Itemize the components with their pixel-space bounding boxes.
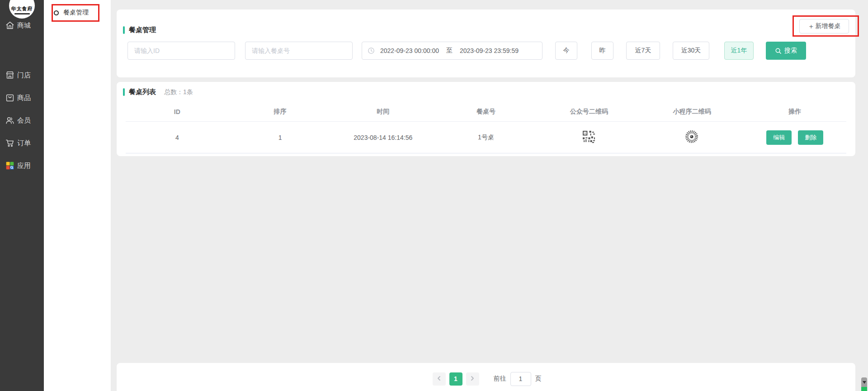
- date-end-value: 2023-09-23 23:59:59: [460, 47, 519, 54]
- cell-sort: 1: [229, 134, 332, 141]
- table-no-field[interactable]: [245, 42, 353, 60]
- quick-btn-yesterday[interactable]: 昨: [591, 42, 613, 60]
- date-range-picker[interactable]: 2022-09-23 00:00:00 至 2023-09-23 23:59:5…: [362, 42, 542, 60]
- search-button[interactable]: 搜索: [766, 42, 806, 60]
- table-row: 4 1 2023-08-14 16:14:56 1号桌: [126, 122, 846, 153]
- col-header-id: ID: [126, 108, 229, 115]
- secondary-sidebar: 餐桌管理: [44, 0, 111, 391]
- submenu-item-table-management[interactable]: 餐桌管理: [50, 5, 89, 20]
- col-header-time: 时间: [331, 108, 434, 116]
- date-separator: 至: [446, 47, 453, 55]
- page-title: 餐桌管理: [129, 26, 156, 34]
- pagination: 1 前往 1 页: [117, 363, 855, 391]
- tables-table: ID 排序 时间 餐桌号 公众号二维码 小程序二维码 操作 4 1 2023-0…: [126, 102, 846, 153]
- id-input[interactable]: [134, 47, 228, 54]
- quick-btn-last1year[interactable]: 近1年: [724, 42, 754, 60]
- add-table-button[interactable]: ＋ 新增餐桌: [799, 19, 849, 33]
- sidebar-item-label: 商品: [17, 94, 31, 102]
- app-logo: 华太食府: [9, 0, 35, 19]
- col-header-sort: 排序: [229, 108, 332, 116]
- cell-official-qr: [538, 131, 641, 144]
- search-button-label: 搜索: [784, 47, 797, 55]
- pagination-card: 1 前往 1 页: [117, 363, 855, 391]
- sidebar-item-goods[interactable]: 商品: [0, 89, 44, 107]
- col-header-miniprogram-qr: 小程序二维码: [641, 108, 744, 116]
- home-icon: [5, 20, 15, 30]
- title-bar-accent: [123, 88, 125, 96]
- cell-actions: 编辑 删除: [743, 130, 846, 145]
- list-title: 餐桌列表: [129, 88, 156, 96]
- miniprogram-code-icon[interactable]: [685, 130, 698, 145]
- goto-page-input[interactable]: 1: [510, 372, 531, 386]
- submenu-item-label: 餐桌管理: [63, 9, 89, 17]
- goto-label: 前往: [494, 375, 506, 383]
- col-header-actions: 操作: [743, 108, 846, 116]
- title-bar-accent: [123, 26, 125, 34]
- delete-button[interactable]: 删除: [798, 130, 823, 145]
- quick-btn-label: 近1年: [731, 47, 747, 55]
- date-start-value: 2022-09-23 00:00:00: [380, 47, 439, 54]
- logo-subtext-decoration: [14, 13, 30, 14]
- goods-icon: [5, 93, 15, 103]
- edit-button[interactable]: 编辑: [766, 130, 792, 145]
- clock-icon: [368, 47, 375, 54]
- members-icon: [5, 115, 15, 125]
- scrollbar-thumb[interactable]: [861, 377, 867, 387]
- search-icon: [775, 48, 782, 54]
- page-number-active[interactable]: 1: [449, 372, 462, 386]
- filter-card-title: 餐桌管理: [123, 26, 156, 34]
- quick-btn-today[interactable]: 今: [555, 42, 577, 60]
- sidebar-item-label: 商城: [17, 21, 31, 30]
- sidebar-item-label: 订单: [17, 139, 31, 148]
- cell-time: 2023-08-14 16:14:56: [331, 134, 434, 141]
- sidebar-item-store[interactable]: 门店: [0, 66, 44, 84]
- prev-page-button[interactable]: [433, 372, 446, 386]
- id-field[interactable]: [127, 42, 235, 60]
- list-card: 餐桌列表 总数：1条 ID 排序 时间 餐桌号 公众号二维码 小程序二维码 操作…: [117, 82, 855, 156]
- scrollbar-widget[interactable]: [861, 377, 867, 391]
- storefront-icon: [5, 70, 15, 80]
- sidebar-item-label: 会员: [17, 116, 31, 125]
- sidebar-item-members[interactable]: 会员: [0, 111, 44, 129]
- chevron-right-icon: [470, 375, 475, 383]
- list-total-count: 总数：1条: [164, 88, 193, 96]
- quick-btn-last30days[interactable]: 近30天: [673, 42, 709, 60]
- filter-card: 餐桌管理 ＋ 新增餐桌 2022-09-23 00:00:00 至 2023-0…: [117, 10, 855, 77]
- logo-text: 华太食府: [11, 5, 33, 12]
- quick-btn-label: 今: [563, 47, 570, 55]
- sidebar-item-apps[interactable]: 应用: [0, 157, 44, 175]
- quick-btn-label: 近30天: [681, 47, 701, 55]
- table-no-input[interactable]: [252, 47, 346, 54]
- goto-page-group: 前往 1 页: [494, 372, 542, 386]
- col-header-official-qr: 公众号二维码: [538, 108, 641, 116]
- next-page-button[interactable]: [466, 372, 479, 386]
- cell-id: 4: [126, 134, 229, 141]
- scrollbar-green-segment: [861, 387, 867, 391]
- sidebar-item-label: 门店: [17, 71, 31, 80]
- sidebar-item-mall[interactable]: 商城: [0, 16, 44, 34]
- chevron-left-icon: [436, 375, 442, 383]
- orders-icon: [5, 138, 15, 148]
- apps-icon: [5, 161, 15, 171]
- cell-table-no: 1号桌: [434, 134, 538, 142]
- quick-btn-last7days[interactable]: 近7天: [626, 42, 660, 60]
- cell-miniprogram-qr: [641, 130, 744, 145]
- plus-icon: ＋: [808, 22, 815, 31]
- table-header-row: ID 排序 时间 餐桌号 公众号二维码 小程序二维码 操作: [126, 102, 846, 122]
- page-unit-label: 页: [535, 375, 542, 383]
- quick-btn-label: 昨: [599, 47, 606, 55]
- sidebar-item-orders[interactable]: 订单: [0, 134, 44, 152]
- scroll-arrow-icon: [863, 381, 866, 384]
- page: 华太食府 商城 门店 商品: [0, 0, 868, 391]
- list-card-title: 餐桌列表 总数：1条: [123, 88, 193, 96]
- col-header-table-no: 餐桌号: [434, 108, 538, 116]
- sidebar-item-label: 应用: [17, 162, 31, 170]
- qrcode-icon[interactable]: [583, 131, 595, 144]
- circle-bullet-icon: [54, 10, 59, 15]
- quick-btn-label: 近7天: [635, 47, 651, 55]
- add-table-button-label: 新增餐桌: [816, 22, 841, 30]
- primary-sidebar: 华太食府 商城 门店 商品: [0, 0, 44, 391]
